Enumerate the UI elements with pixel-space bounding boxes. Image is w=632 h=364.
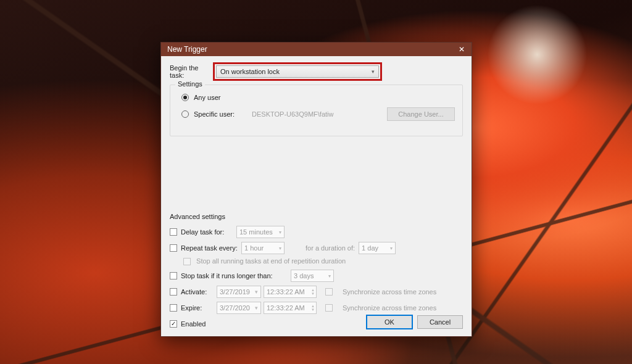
activate-sync-checkbox (325, 288, 333, 296)
expire-sync-checkbox (325, 304, 333, 312)
expire-sync-label: Synchronize across time zones (343, 304, 436, 312)
window-title: New Trigger (167, 45, 455, 54)
spinner-icon[interactable]: ▲▼ (311, 304, 315, 312)
spacer (170, 136, 463, 210)
repeat-select[interactable]: 1 hour▾ (241, 242, 285, 254)
repeat-label: Repeat task every: (181, 244, 241, 252)
any-user-label: Any user (194, 94, 220, 101)
begin-task-value: On workstation lock (220, 68, 280, 75)
duration-label: for a duration of: (306, 244, 355, 252)
change-user-button[interactable]: Change User... (387, 107, 455, 121)
specific-user-label: Specific user: (194, 110, 235, 118)
expire-checkbox[interactable] (170, 304, 177, 312)
delay-label: Delay task for: (181, 228, 236, 236)
begin-task-label: Begin the task: (170, 64, 213, 79)
chevron-down-icon: ▾ (279, 246, 281, 251)
stop-running-label: Stop all running tasks at end of repetit… (196, 257, 346, 265)
duration-select[interactable]: 1 day▾ (359, 242, 396, 254)
activate-time[interactable]: 12:33:22 AM ▲▼ (264, 286, 317, 298)
spinner-icon[interactable]: ▲▼ (311, 288, 315, 296)
specific-user-radio[interactable] (181, 110, 189, 118)
chevron-down-icon: ▾ (372, 68, 375, 75)
expire-date[interactable]: 3/27/2020▾ (217, 302, 261, 314)
stop-if-checkbox[interactable] (170, 272, 177, 279)
settings-group: Settings Any user Specific user: DESKTOP… (170, 85, 463, 136)
cancel-button[interactable]: Cancel (417, 315, 463, 329)
specific-user-value: DESKTOP-U63Q9MF\fatiw (252, 110, 387, 118)
calendar-icon: ▾ (255, 305, 258, 311)
stop-if-select[interactable]: 3 days▾ (291, 270, 334, 282)
advanced-settings-title: Advanced settings (170, 213, 463, 220)
calendar-icon: ▾ (255, 289, 258, 295)
chevron-down-icon: ▾ (390, 246, 393, 251)
highlight-box: On workstation lock ▾ (213, 62, 382, 81)
enabled-label: Enabled (181, 320, 206, 328)
activate-sync-label: Synchronize across time zones (343, 288, 436, 296)
chevron-down-icon: ▾ (328, 273, 331, 279)
ok-button[interactable]: OK (367, 315, 412, 329)
expire-time[interactable]: 12:33:22 AM ▲▼ (264, 302, 317, 314)
chevron-down-icon: ▾ (279, 230, 281, 235)
stop-if-label: Stop task if it runs longer than: (181, 272, 291, 279)
close-icon[interactable]: ✕ (455, 45, 468, 54)
activate-checkbox[interactable] (170, 288, 177, 296)
activate-date[interactable]: 3/27/2019▾ (217, 286, 261, 298)
settings-group-label: Settings (175, 80, 205, 88)
repeat-checkbox[interactable] (170, 244, 177, 252)
expire-label: Expire: (181, 304, 217, 312)
titlebar[interactable]: New Trigger ✕ (161, 43, 472, 56)
enabled-checkbox[interactable] (170, 320, 177, 328)
delay-checkbox[interactable] (170, 228, 177, 236)
begin-task-select[interactable]: On workstation lock ▾ (216, 65, 379, 78)
activate-label: Activate: (181, 288, 217, 296)
any-user-radio[interactable] (181, 94, 189, 101)
new-trigger-dialog: New Trigger ✕ Begin the task: On worksta… (160, 42, 472, 337)
stop-running-checkbox (183, 258, 191, 265)
delay-select[interactable]: 15 minutes▾ (236, 226, 285, 238)
